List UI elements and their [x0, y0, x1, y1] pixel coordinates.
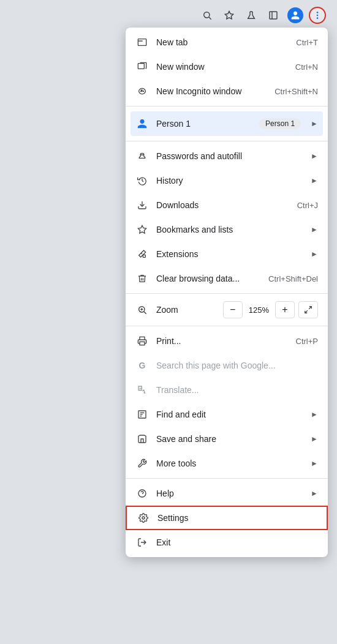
extensions-icon [135, 247, 149, 261]
menu-item-passwords[interactable]: Passwords and autofill ► [126, 144, 328, 168]
google-icon: G [135, 359, 149, 372]
zoom-label: Zoom [156, 305, 223, 315]
profile-avatar[interactable] [287, 7, 304, 24]
svg-rect-23 [140, 342, 145, 345]
svg-line-18 [144, 312, 146, 314]
save-share-arrow: ► [311, 435, 318, 443]
zoom-row: Zoom − 125% + [126, 296, 328, 323]
more-tools-arrow: ► [311, 459, 318, 468]
menu-item-new-window[interactable]: New window Ctrl+N [126, 54, 328, 79]
passwords-arrow: ► [311, 152, 318, 160]
clear-shortcut: Ctrl+Shift+Del [268, 274, 318, 283]
svg-rect-10 [138, 64, 144, 69]
exit-label: Exit [156, 537, 318, 547]
svg-point-12 [143, 91, 143, 91]
menu-item-history[interactable]: History ► [126, 168, 328, 193]
save-icon [135, 432, 149, 446]
tab-icon [135, 36, 149, 49]
sidebar-icon[interactable] [265, 7, 282, 24]
passwords-icon [135, 149, 149, 163]
exit-icon [135, 536, 149, 549]
chrome-menu: New tab Ctrl+T New window Ctrl+N [126, 28, 328, 557]
print-shortcut: Ctrl+P [296, 337, 318, 346]
menu-item-downloads[interactable]: Downloads Ctrl+J [126, 193, 328, 217]
downloads-shortcut: Ctrl+J [297, 201, 318, 210]
flask-icon[interactable] [243, 7, 260, 24]
svg-rect-3 [270, 12, 277, 19]
svg-point-11 [141, 91, 142, 91]
svg-rect-16 [143, 255, 145, 257]
svg-point-13 [140, 153, 143, 155]
menu-item-new-tab[interactable]: New tab Ctrl+T [126, 30, 328, 54]
svg-point-0 [204, 12, 210, 18]
menu-item-person[interactable]: Person 1 Person 1 ► [131, 111, 323, 136]
search-google-label: Search this page with Google... [156, 361, 318, 370]
history-label: History [156, 176, 306, 185]
translate-icon [135, 383, 149, 397]
help-icon [135, 487, 149, 500]
downloads-label: Downloads [156, 200, 297, 210]
clear-icon [135, 272, 149, 285]
svg-point-5 [317, 12, 319, 13]
menu-item-save-share[interactable]: Save and share ► [126, 427, 328, 451]
menu-item-exit[interactable]: Exit [126, 530, 328, 555]
new-window-icon [135, 60, 149, 73]
svg-marker-2 [225, 11, 233, 19]
extensions-label: Extensions [156, 249, 306, 259]
print-icon [135, 334, 149, 348]
downloads-icon [135, 198, 149, 212]
more-menu-button[interactable] [309, 7, 326, 24]
extensions-arrow: ► [311, 250, 318, 258]
svg-point-6 [317, 15, 319, 17]
menu-item-find-edit[interactable]: Find and edit ► [126, 402, 328, 427]
menu-section-browser: Passwords and autofill ► History ► [126, 141, 328, 294]
zoom-controls: − 125% + [223, 301, 318, 318]
menu-item-more-tools[interactable]: More tools ► [126, 451, 328, 476]
person-arrow: ► [311, 119, 318, 128]
person-badge: Person 1 [259, 118, 301, 129]
more-tools-label: More tools [156, 459, 306, 468]
help-label: Help [156, 489, 306, 498]
settings-label: Settings [157, 513, 317, 523]
history-icon [135, 174, 149, 187]
translate-label: Translate... [156, 385, 318, 395]
print-label: Print... [156, 336, 296, 346]
menu-section-zoom: Zoom − 125% + [126, 294, 328, 326]
help-arrow: ► [311, 489, 318, 498]
incognito-shortcut: Ctrl+Shift+N [275, 87, 318, 96]
menu-item-help[interactable]: Help ► [126, 481, 328, 506]
history-arrow: ► [311, 176, 318, 185]
person-icon [135, 117, 149, 130]
avatar-circle [287, 7, 303, 23]
svg-point-7 [317, 17, 319, 19]
svg-marker-15 [138, 225, 146, 233]
new-window-shortcut: Ctrl+N [295, 62, 318, 72]
bookmarks-label: Bookmarks and lists [156, 225, 306, 234]
bookmark-icon[interactable] [221, 7, 238, 24]
zoom-value: 125% [243, 305, 275, 315]
bookmarks-icon [135, 223, 149, 236]
menu-item-incognito[interactable]: New Incognito window Ctrl+Shift+N [126, 79, 328, 103]
svg-line-1 [209, 17, 211, 20]
menu-item-translate[interactable]: Translate... [126, 378, 328, 402]
menu-section-new: New tab Ctrl+T New window Ctrl+N [126, 28, 328, 107]
find-icon [135, 408, 149, 421]
menu-item-print[interactable]: Print... Ctrl+P [126, 329, 328, 353]
incognito-icon [135, 84, 149, 98]
svg-point-30 [142, 517, 145, 519]
menu-item-clear-browsing[interactable]: Clear browsing data... Ctrl+Shift+Del [126, 266, 328, 291]
search-icon[interactable] [199, 7, 216, 24]
menu-item-extensions[interactable]: Extensions ► [126, 242, 328, 266]
zoom-decrease-button[interactable]: − [223, 301, 243, 318]
browser-toolbar [0, 0, 337, 31]
menu-item-settings[interactable]: Settings [126, 506, 328, 530]
passwords-label: Passwords and autofill [156, 151, 306, 161]
menu-section-person: Person 1 Person 1 ► [126, 107, 328, 141]
zoom-increase-button[interactable]: + [275, 301, 295, 318]
find-edit-arrow: ► [311, 410, 318, 419]
menu-item-search-google[interactable]: G Search this page with Google... [126, 353, 328, 378]
zoom-fullscreen-button[interactable] [298, 301, 318, 318]
settings-icon [137, 511, 150, 525]
menu-item-bookmarks[interactable]: Bookmarks and lists ► [126, 217, 328, 242]
bookmarks-arrow: ► [311, 225, 318, 234]
